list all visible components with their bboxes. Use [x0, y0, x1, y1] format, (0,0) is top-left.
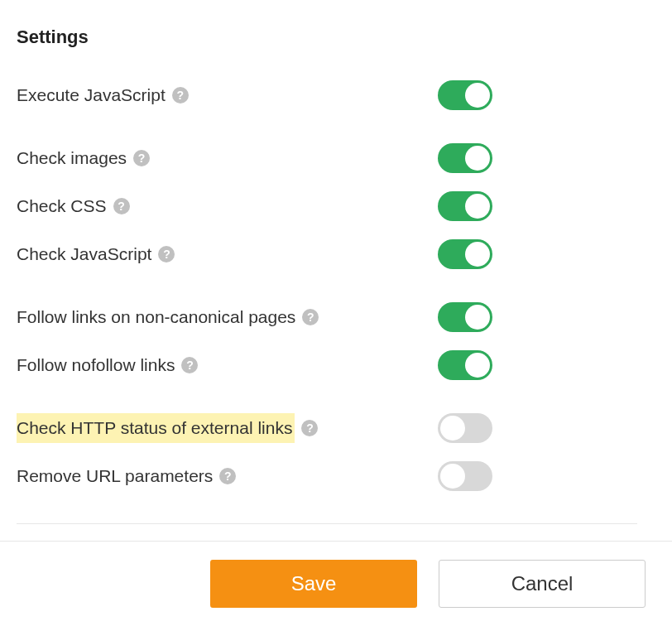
toggle-knob [465, 353, 490, 378]
setting-label-wrap: Check images? [17, 147, 150, 169]
toggle-knob [465, 305, 490, 330]
setting-label: Check HTTP status of external links [17, 413, 295, 442]
toggle-switch[interactable] [438, 461, 492, 491]
toggle-knob [465, 194, 490, 219]
settings-panel: Settings Execute JavaScript?Check images… [0, 0, 672, 524]
setting-label-wrap: Follow links on non-canonical pages? [17, 306, 319, 328]
setting-label: Check JavaScript [17, 243, 151, 265]
setting-row: Execute JavaScript? [17, 71, 492, 119]
cancel-button[interactable]: Cancel [439, 560, 646, 608]
setting-label-wrap: Follow nofollow links? [17, 354, 198, 376]
setting-label-wrap: Execute JavaScript? [17, 84, 189, 106]
setting-label: Follow nofollow links [17, 354, 175, 376]
help-icon[interactable]: ? [181, 357, 198, 373]
toggle-knob [465, 83, 490, 108]
help-icon[interactable]: ? [172, 87, 189, 104]
settings-rows: Execute JavaScript?Check images?Check CS… [17, 71, 655, 500]
setting-label: Remove URL parameters [17, 465, 213, 487]
setting-row: Check CSS? [17, 182, 492, 230]
settings-title: Settings [17, 26, 655, 48]
help-icon[interactable]: ? [133, 150, 150, 166]
help-icon[interactable]: ? [219, 468, 236, 484]
toggle-knob [465, 242, 490, 267]
toggle-knob [440, 416, 465, 441]
divider [17, 523, 637, 524]
save-button[interactable]: Save [210, 560, 417, 608]
setting-label: Check images [17, 147, 127, 169]
help-icon[interactable]: ? [302, 309, 319, 325]
footer-bar: Save Cancel [0, 541, 672, 626]
help-icon[interactable]: ? [158, 246, 175, 262]
setting-row: Check images? [17, 134, 492, 182]
setting-label-wrap: Check HTTP status of external links? [17, 413, 318, 442]
setting-label: Check CSS [17, 195, 107, 217]
toggle-switch[interactable] [438, 80, 492, 110]
setting-row: Follow nofollow links? [17, 341, 492, 389]
setting-row: Remove URL parameters? [17, 452, 492, 500]
setting-row: Check JavaScript? [17, 230, 492, 278]
toggle-switch[interactable] [438, 143, 492, 173]
toggle-knob [440, 464, 465, 489]
toggle-switch[interactable] [438, 350, 492, 380]
toggle-knob [465, 146, 490, 171]
toggle-switch[interactable] [438, 239, 492, 269]
toggle-switch[interactable] [438, 413, 492, 443]
toggle-switch[interactable] [438, 302, 492, 332]
help-icon[interactable]: ? [301, 420, 318, 436]
setting-label-wrap: Check CSS? [17, 195, 130, 217]
setting-row: Follow links on non-canonical pages? [17, 293, 492, 341]
setting-label-wrap: Remove URL parameters? [17, 465, 236, 487]
toggle-switch[interactable] [438, 191, 492, 221]
help-icon[interactable]: ? [113, 198, 130, 214]
setting-label: Follow links on non-canonical pages [17, 306, 295, 328]
setting-row: Check HTTP status of external links? [17, 404, 492, 452]
setting-label: Execute JavaScript [17, 84, 166, 106]
setting-label-wrap: Check JavaScript? [17, 243, 175, 265]
